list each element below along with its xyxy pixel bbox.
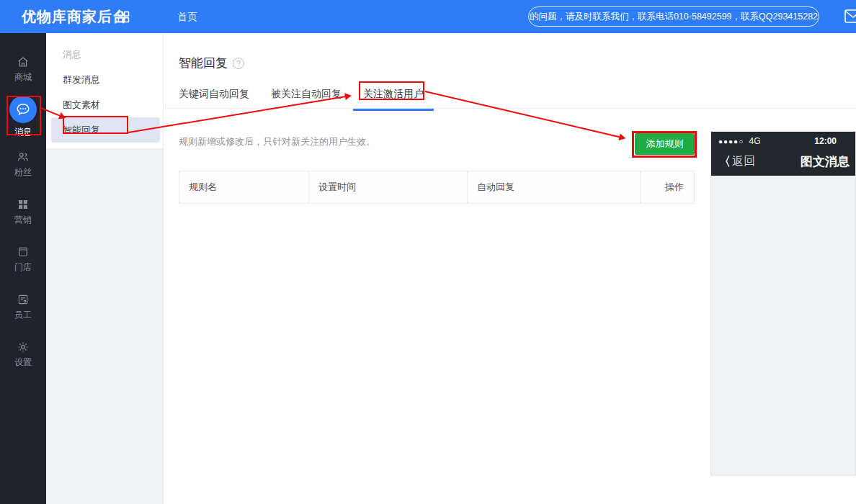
mail-icon[interactable]: [844, 9, 856, 24]
sidebar-item-label: 员工: [14, 310, 32, 320]
tab-keyword-auto-reply[interactable]: 关键词自动回复: [169, 83, 259, 109]
sidebar-item-fans[interactable]: 粉丝: [0, 140, 46, 187]
phone-header: ●●●●○ 4G 12:00 〈 返回 图文消息: [711, 132, 855, 176]
signal-dots-icon: ●●●●○: [718, 138, 744, 145]
back-button[interactable]: 〈 返回: [718, 153, 755, 170]
col-set-time: 设置时间: [309, 171, 468, 204]
notice-marquee: 的问题，请及时联系我们，联系电话010-58492599，联系QQ2934152…: [528, 6, 819, 27]
sidebar-item-label: 设置: [14, 357, 32, 367]
rule-note-text: 规则新增或修改后，只针对新关注的用户生效。: [179, 135, 375, 148]
sidebar-item-marketing[interactable]: 营销: [0, 187, 46, 235]
settings-gear-icon: [17, 341, 30, 354]
add-rule-button[interactable]: 添加规则: [635, 133, 695, 155]
app-title: 优物库商家后台: [22, 0, 128, 33]
sidebar-item-label: 粉丝: [14, 167, 32, 177]
clock-time: 12:00: [814, 135, 837, 148]
apps-grid-icon[interactable]: [116, 9, 130, 24]
sidebar-item-label: 营销: [14, 215, 32, 225]
network-label: 4G: [749, 136, 761, 146]
chevron-left-icon: 〈: [718, 153, 731, 170]
table-header-row: 规则名 设置时间 自动回复 操作: [179, 171, 695, 204]
nav-home-link[interactable]: 首页: [177, 0, 197, 33]
fans-people-icon: [17, 150, 30, 163]
primary-sidebar: 商城 消息 粉丝: [0, 33, 46, 504]
tab-bar: 关键词自动回复 被关注自动回复 关注激活用户: [169, 83, 435, 109]
message-chat-icon: [15, 102, 31, 117]
page-title-text: 智能回复: [179, 55, 228, 71]
tab-follow-activate-user[interactable]: 关注激活用户: [353, 83, 434, 109]
sidebar-item-staff[interactable]: 员工: [0, 282, 46, 330]
secondary-sidebar: 消息 群发消息 图文素材 智能回复: [46, 33, 163, 504]
submenu-item-smart-reply[interactable]: 智能回复: [51, 117, 160, 143]
col-auto-reply: 自动回复: [468, 171, 641, 204]
app-window: 优物库商家后台 首页 的问题，请及时联系我们，联系电话010-58492599，…: [0, 0, 856, 504]
phone-page-title: 图文消息: [801, 153, 850, 170]
sidebar-item-label: 商城: [14, 72, 32, 82]
staff-card-icon: [17, 293, 30, 306]
page-title: 智能回复 ?: [179, 55, 244, 71]
store-icon: [17, 246, 30, 258]
submenu-section-messages: 消息: [46, 42, 163, 67]
sidebar-item-label: 门店: [14, 262, 32, 272]
sidebar-item-store[interactable]: 门店: [0, 235, 46, 282]
submenu-item-broadcast[interactable]: 群发消息: [46, 67, 163, 92]
active-item-circle: [9, 96, 37, 123]
phone-nav-bar: 〈 返回 图文消息: [718, 149, 850, 174]
sidebar-item-messages[interactable]: 消息: [0, 92, 46, 140]
top-bar: 优物库商家后台 首页 的问题，请及时联系我们，联系电话010-58492599，…: [0, 0, 856, 33]
help-icon[interactable]: ?: [233, 58, 244, 69]
rules-table: 规则名 设置时间 自动回复 操作: [179, 171, 695, 204]
sidebar-item-label: 消息: [14, 127, 32, 137]
col-rule-name: 规则名: [179, 171, 309, 204]
back-label: 返回: [732, 154, 755, 169]
sidebar-item-settings[interactable]: 设置: [0, 330, 46, 377]
sidebar-item-mall[interactable]: 商城: [0, 45, 46, 92]
marketing-grid-icon: [17, 198, 30, 211]
tab-followed-auto-reply[interactable]: 被关注自动回复: [261, 83, 352, 109]
phone-status-bar: ●●●●○ 4G 12:00: [718, 135, 837, 148]
phone-preview: ●●●●○ 4G 12:00 〈 返回 图文消息: [710, 131, 856, 476]
signal-and-network: ●●●●○ 4G: [718, 135, 761, 148]
tab-bar-divider: [164, 108, 856, 109]
mall-house-icon: [17, 55, 30, 68]
submenu-item-media[interactable]: 图文素材: [46, 92, 163, 117]
secondary-menu: 消息 群发消息 图文素材 智能回复: [46, 42, 163, 143]
col-actions: 操作: [641, 171, 695, 204]
